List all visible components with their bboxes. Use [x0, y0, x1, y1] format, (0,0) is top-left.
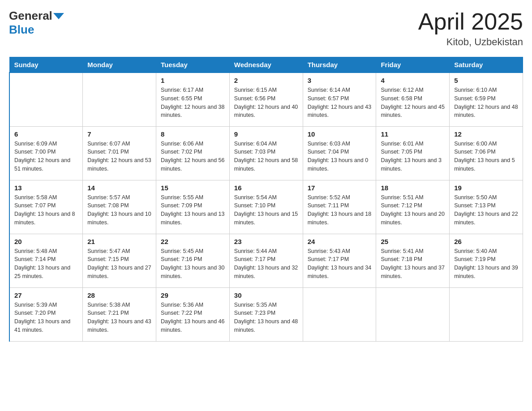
header-cell-sunday: Sunday	[9, 57, 83, 73]
calendar-body: 1Sunrise: 6:17 AMSunset: 6:55 PMDaylight…	[9, 73, 523, 341]
day-number: 13	[14, 184, 78, 192]
calendar-subtitle: Kitob, Uzbekistan	[418, 36, 523, 48]
day-cell: 7Sunrise: 6:07 AMSunset: 7:01 PMDaylight…	[83, 126, 156, 180]
calendar-title: April 2025	[418, 9, 523, 34]
header-cell-wednesday: Wednesday	[229, 57, 303, 73]
day-cell	[9, 73, 83, 126]
week-row-4: 20Sunrise: 5:48 AMSunset: 7:14 PMDayligh…	[9, 234, 523, 287]
day-cell: 22Sunrise: 5:45 AMSunset: 7:16 PMDayligh…	[156, 234, 230, 287]
day-cell: 13Sunrise: 5:58 AMSunset: 7:07 PMDayligh…	[9, 180, 83, 234]
header-cell-friday: Friday	[376, 57, 450, 73]
day-number: 5	[454, 77, 518, 84]
logo-arrow-icon	[53, 13, 64, 19]
day-cell: 26Sunrise: 5:40 AMSunset: 7:19 PMDayligh…	[450, 234, 523, 287]
day-number: 18	[381, 184, 445, 192]
day-info: Sunrise: 5:57 AMSunset: 7:08 PMDaylight:…	[87, 193, 151, 227]
day-info: Sunrise: 6:10 AMSunset: 6:59 PMDaylight:…	[454, 86, 518, 120]
day-number: 11	[381, 130, 445, 138]
day-cell: 1Sunrise: 6:17 AMSunset: 6:55 PMDaylight…	[156, 73, 230, 126]
header-cell-tuesday: Tuesday	[156, 57, 230, 73]
day-number: 17	[308, 184, 372, 192]
day-number: 6	[14, 130, 78, 138]
day-cell	[376, 287, 450, 341]
day-number: 20	[14, 238, 78, 245]
day-info: Sunrise: 5:52 AMSunset: 7:11 PMDaylight:…	[308, 193, 372, 227]
header-cell-saturday: Saturday	[450, 57, 523, 73]
day-info: Sunrise: 6:00 AMSunset: 7:06 PMDaylight:…	[454, 140, 518, 173]
day-info: Sunrise: 5:50 AMSunset: 7:13 PMDaylight:…	[454, 193, 518, 227]
day-cell: 23Sunrise: 5:44 AMSunset: 7:17 PMDayligh…	[229, 234, 303, 287]
day-number: 23	[234, 238, 298, 245]
day-info: Sunrise: 5:35 AMSunset: 7:23 PMDaylight:…	[234, 301, 298, 334]
day-number: 24	[308, 238, 372, 245]
day-cell: 16Sunrise: 5:54 AMSunset: 7:10 PMDayligh…	[229, 180, 303, 234]
day-cell: 9Sunrise: 6:04 AMSunset: 7:03 PMDaylight…	[229, 126, 303, 180]
day-number: 10	[308, 130, 372, 138]
day-number: 25	[381, 238, 445, 245]
day-info: Sunrise: 5:48 AMSunset: 7:14 PMDaylight:…	[14, 247, 78, 281]
day-number: 8	[161, 130, 225, 138]
logo-general-text: General	[9, 9, 52, 23]
day-info: Sunrise: 5:45 AMSunset: 7:16 PMDaylight:…	[161, 247, 225, 281]
day-cell	[303, 287, 376, 341]
day-number: 19	[454, 184, 518, 192]
day-cell: 25Sunrise: 5:41 AMSunset: 7:18 PMDayligh…	[376, 234, 450, 287]
day-info: Sunrise: 6:06 AMSunset: 7:02 PMDaylight:…	[161, 140, 225, 173]
logo: General Blue	[9, 9, 64, 37]
day-cell: 29Sunrise: 5:36 AMSunset: 7:22 PMDayligh…	[156, 287, 230, 341]
day-info: Sunrise: 6:17 AMSunset: 6:55 PMDaylight:…	[161, 86, 225, 120]
day-info: Sunrise: 5:55 AMSunset: 7:09 PMDaylight:…	[161, 193, 225, 227]
day-number: 29	[161, 291, 225, 299]
logo-blue-text: Blue	[9, 23, 34, 37]
day-cell: 5Sunrise: 6:10 AMSunset: 6:59 PMDaylight…	[450, 73, 523, 126]
day-info: Sunrise: 5:43 AMSunset: 7:17 PMDaylight:…	[308, 247, 372, 281]
day-info: Sunrise: 5:38 AMSunset: 7:21 PMDaylight:…	[87, 301, 151, 334]
day-info: Sunrise: 6:14 AMSunset: 6:57 PMDaylight:…	[308, 86, 372, 120]
calendar-header: SundayMondayTuesdayWednesdayThursdayFrid…	[9, 57, 523, 73]
day-info: Sunrise: 6:03 AMSunset: 7:04 PMDaylight:…	[308, 140, 372, 173]
day-info: Sunrise: 5:54 AMSunset: 7:10 PMDaylight:…	[234, 193, 298, 227]
day-cell	[450, 287, 523, 341]
day-cell: 15Sunrise: 5:55 AMSunset: 7:09 PMDayligh…	[156, 180, 230, 234]
day-number: 4	[381, 77, 445, 84]
day-number: 12	[454, 130, 518, 138]
day-info: Sunrise: 6:07 AMSunset: 7:01 PMDaylight:…	[87, 140, 151, 173]
day-number: 14	[87, 184, 151, 192]
header-row: SundayMondayTuesdayWednesdayThursdayFrid…	[9, 57, 523, 73]
day-cell: 4Sunrise: 6:12 AMSunset: 6:58 PMDaylight…	[376, 73, 450, 126]
day-cell: 8Sunrise: 6:06 AMSunset: 7:02 PMDaylight…	[156, 126, 230, 180]
day-cell: 19Sunrise: 5:50 AMSunset: 7:13 PMDayligh…	[450, 180, 523, 234]
day-info: Sunrise: 5:44 AMSunset: 7:17 PMDaylight:…	[234, 247, 298, 281]
week-row-1: 1Sunrise: 6:17 AMSunset: 6:55 PMDaylight…	[9, 73, 523, 126]
day-info: Sunrise: 5:36 AMSunset: 7:22 PMDaylight:…	[161, 301, 225, 334]
day-cell: 17Sunrise: 5:52 AMSunset: 7:11 PMDayligh…	[303, 180, 376, 234]
day-number: 1	[161, 77, 225, 84]
day-number: 9	[234, 130, 298, 138]
day-info: Sunrise: 6:09 AMSunset: 7:00 PMDaylight:…	[14, 140, 78, 173]
day-cell: 3Sunrise: 6:14 AMSunset: 6:57 PMDaylight…	[303, 73, 376, 126]
day-info: Sunrise: 6:01 AMSunset: 7:05 PMDaylight:…	[381, 140, 445, 173]
header-cell-thursday: Thursday	[303, 57, 376, 73]
day-cell: 12Sunrise: 6:00 AMSunset: 7:06 PMDayligh…	[450, 126, 523, 180]
day-cell: 24Sunrise: 5:43 AMSunset: 7:17 PMDayligh…	[303, 234, 376, 287]
day-cell	[83, 73, 156, 126]
page-header: General Blue April 2025 Kitob, Uzbekista…	[9, 9, 523, 48]
day-cell: 20Sunrise: 5:48 AMSunset: 7:14 PMDayligh…	[9, 234, 83, 287]
day-cell: 6Sunrise: 6:09 AMSunset: 7:00 PMDaylight…	[9, 126, 83, 180]
day-number: 16	[234, 184, 298, 192]
day-number: 28	[87, 291, 151, 299]
day-info: Sunrise: 6:04 AMSunset: 7:03 PMDaylight:…	[234, 140, 298, 173]
day-number: 2	[234, 77, 298, 84]
day-number: 7	[87, 130, 151, 138]
day-number: 21	[87, 238, 151, 245]
title-block: April 2025 Kitob, Uzbekistan	[418, 9, 523, 48]
day-cell: 11Sunrise: 6:01 AMSunset: 7:05 PMDayligh…	[376, 126, 450, 180]
day-info: Sunrise: 5:47 AMSunset: 7:15 PMDaylight:…	[87, 247, 151, 281]
day-cell: 21Sunrise: 5:47 AMSunset: 7:15 PMDayligh…	[83, 234, 156, 287]
day-number: 3	[308, 77, 372, 84]
day-info: Sunrise: 5:40 AMSunset: 7:19 PMDaylight:…	[454, 247, 518, 281]
day-cell: 14Sunrise: 5:57 AMSunset: 7:08 PMDayligh…	[83, 180, 156, 234]
day-cell: 28Sunrise: 5:38 AMSunset: 7:21 PMDayligh…	[83, 287, 156, 341]
day-number: 27	[14, 291, 78, 299]
day-number: 30	[234, 291, 298, 299]
